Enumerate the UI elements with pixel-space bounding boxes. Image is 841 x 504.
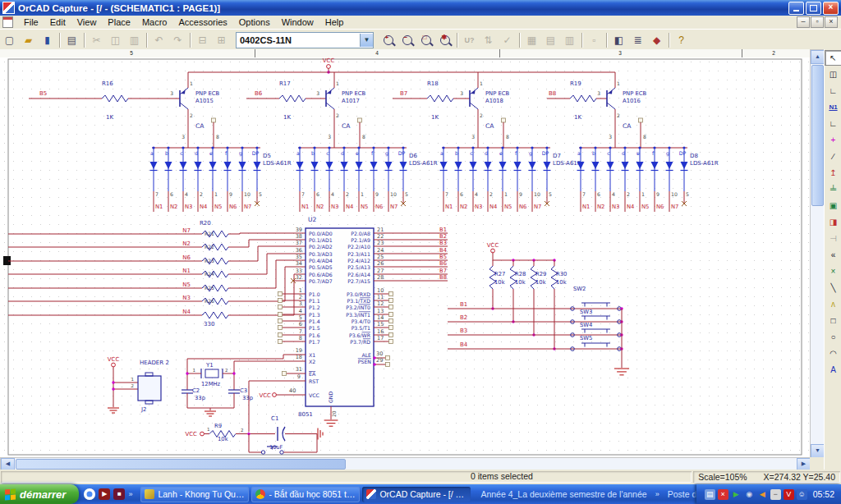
menu-options[interactable]: Options (233, 16, 276, 28)
off-page-connector-tool[interactable]: « (825, 247, 841, 263)
polyline-tool[interactable]: ʌ (825, 296, 841, 312)
child-close-button[interactable]: × (825, 16, 838, 28)
menu-view[interactable]: View (71, 16, 103, 28)
display-d5[interactable]: a7N1b6N2c4N3d2N4e1N5f9N6g10N7DP5D5LDS-A6… (150, 146, 292, 212)
select-tool[interactable]: ↖ (825, 50, 841, 66)
crystal-circuit[interactable]: Y11212MHzC233pC333p (182, 355, 306, 416)
hierarchy-button[interactable]: ◆ (648, 32, 665, 48)
zoom-all-button[interactable]: ✱ (436, 32, 453, 48)
snap-to-grid-button[interactable]: ▫ (586, 32, 603, 48)
display-icon[interactable]: ▤ (705, 489, 715, 500)
header-j2[interactable]: VCC12HEADER 2J2 (108, 356, 169, 413)
hierarchical-pin-tool[interactable]: ⊣ (825, 231, 841, 246)
menu-edit[interactable]: Edit (44, 16, 71, 28)
start-button[interactable]: démarrer (0, 484, 79, 504)
copy-button[interactable]: ◫ (107, 32, 124, 48)
media-app-quick-icon[interactable]: ▶ (99, 488, 110, 500)
part-tool[interactable]: ◫ (825, 66, 841, 82)
save-button[interactable]: ▮ (39, 32, 56, 48)
taskbar-toolbar-label[interactable]: Poste de travail (668, 489, 696, 499)
status-icon[interactable]: − (770, 489, 781, 500)
project-manager-button[interactable]: ◧ (610, 32, 627, 48)
taskbar-toolbar-label[interactable]: Année 4_La deuxième semestre de l'année (480, 489, 646, 499)
scroll-right-icon[interactable]: ▶ (797, 458, 811, 470)
menu-place[interactable]: Place (102, 16, 136, 28)
ground-tool[interactable]: ╧ (825, 181, 841, 197)
power-rail[interactable]: VCC (188, 57, 615, 74)
window-tile-button[interactable]: ⊟ (194, 32, 211, 48)
digit-driver-2[interactable]: B6R171K312PNP ECBA1017CA38 (246, 72, 365, 148)
child-restore-button[interactable]: ▫ (811, 16, 824, 28)
messenger-icon[interactable]: ☺ (797, 489, 807, 500)
text-tool[interactable]: A (825, 362, 841, 378)
net-alias-tool[interactable]: N1 (825, 99, 841, 115)
open-button[interactable]: ▰ (20, 32, 37, 48)
hierarchical-port-tool[interactable]: ◨ (825, 214, 841, 230)
undo-button[interactable]: ↶ (150, 32, 168, 48)
zoom-out-button[interactable]: − (398, 32, 416, 48)
rectangle-tool[interactable]: □ (825, 313, 841, 328)
wire-tool[interactable]: ∟ (825, 83, 841, 99)
player-icon[interactable]: ▶ (731, 489, 742, 500)
digit-driver-4[interactable]: B8R191K312PNP ECBA1016CA38 (547, 72, 646, 148)
scroll-up-icon[interactable]: ▲ (811, 50, 825, 64)
ellipse-tool[interactable]: ○ (825, 329, 841, 345)
menu-accessories[interactable]: Accessories (172, 16, 232, 28)
quick-launch-overflow-chevron[interactable]: » (128, 490, 132, 498)
schematic-canvas[interactable]: VCCB5R161K312PNP ECBA1015CA38B6R171K312P… (0, 57, 810, 457)
drc-button[interactable]: ✓ (499, 32, 516, 48)
mcu-u2[interactable]: U239P0.0/AD038P0.1/AD137P0.2/AD236P0.3/A… (249, 216, 448, 432)
restore-button[interactable] (806, 2, 821, 15)
zoom-in-button[interactable]: + (379, 32, 397, 48)
annotate-button[interactable]: U? (461, 32, 478, 48)
browser-quick-icon[interactable] (84, 488, 95, 500)
menu-window[interactable]: Window (276, 16, 319, 28)
hscroll-thumb[interactable] (16, 459, 346, 470)
new-button[interactable]: ▢ (1, 32, 18, 48)
update-icon[interactable]: ◉ (744, 489, 755, 500)
cross-reference-button[interactable]: ▤ (542, 32, 559, 48)
video-app-quick-icon[interactable]: ■ (113, 488, 125, 500)
menu-file[interactable]: File (18, 16, 44, 28)
cut-button[interactable]: ✂ (88, 32, 105, 48)
antivirus-icon[interactable]: V (784, 489, 794, 500)
arc-tool[interactable]: ◠ (825, 346, 841, 361)
redo-button[interactable]: ↷ (169, 32, 186, 48)
volume-icon[interactable]: ◀ (757, 489, 768, 500)
pullup-switch-circuit[interactable]: VCCR2710kR2810kR2910kR3010kB1B2B3B4SW2SW… (448, 242, 629, 375)
digit-driver-1[interactable]: B5R161K312PNP ECBA1015CA38 (29, 72, 219, 148)
no-connect-tool[interactable]: × (825, 263, 841, 279)
taskbar-toolbar-chevron[interactable]: » (655, 490, 659, 498)
vscroll-thumb[interactable] (811, 65, 824, 206)
task-media[interactable]: Lanh - Khong Tu Quy... (140, 487, 249, 502)
chevron-down-icon[interactable]: ▼ (360, 34, 373, 47)
junction-tool[interactable]: + (825, 132, 841, 148)
hierarchical-block-tool[interactable]: ▣ (825, 198, 841, 213)
display-d7[interactable]: a7N1b6N2c4N3d2N4e1N5f9N6g10N7DP5D7LDS-A6… (440, 146, 581, 212)
part-search-combo[interactable]: 0402CS-11N ▼ (236, 32, 374, 48)
power-tool[interactable]: ↥ (825, 165, 841, 181)
line-tool[interactable]: ╲ (825, 280, 841, 296)
zoom-area-button[interactable]: □ (417, 32, 434, 48)
reset-circuit[interactable]: VCC1R910k2C110uF (185, 415, 323, 454)
back-annotate-button[interactable]: ⇅ (480, 32, 497, 48)
resistor-network[interactable]: R20N7R21N2R22N6R23N1R24N5R25N3R26N4330 (8, 220, 306, 328)
window-cascade-button[interactable]: ⊞ (213, 32, 230, 48)
bus-tool[interactable]: ∟ (825, 116, 841, 131)
bus-entry-tool[interactable]: ∕ (825, 149, 841, 164)
menu-help[interactable]: Help (319, 16, 350, 28)
task-chrome[interactable]: - Bắt đầu học 8051 th... (251, 487, 360, 502)
child-minimize-button[interactable]: – (797, 16, 810, 28)
minimize-button[interactable] (788, 2, 804, 15)
print-button[interactable]: ▤ (63, 32, 80, 48)
title-bar[interactable]: OrCAD Capture - [/ - (SCHEMATIC1 : PAGE1… (0, 0, 841, 16)
alert-icon[interactable]: × (718, 489, 728, 500)
scroll-left-icon[interactable]: ◀ (1, 458, 15, 470)
task-orcad[interactable]: OrCAD Capture - [/ - ... (362, 487, 471, 502)
properties-button[interactable]: ▥ (561, 32, 578, 48)
help-button[interactable]: ? (673, 32, 690, 48)
close-button[interactable]: × (823, 2, 839, 15)
scroll-down-icon[interactable]: ▼ (811, 444, 825, 458)
display-d8[interactable]: a7N1b6N2c4N3d2N4e1N5f9N6g10N7DP5D8LDS-A6… (577, 146, 719, 212)
paste-button[interactable]: ▥ (126, 32, 143, 48)
